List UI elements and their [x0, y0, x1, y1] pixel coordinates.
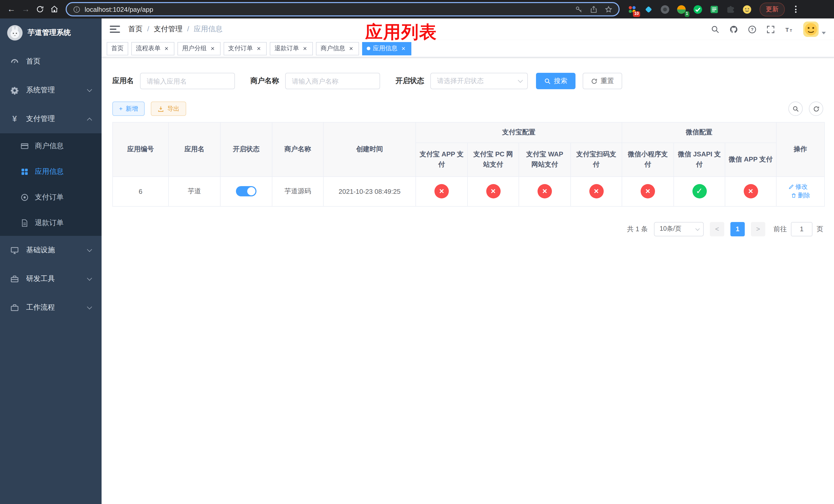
cell-merchant: 芋道源码	[272, 177, 323, 206]
alipay-pc-status-icon: ×	[486, 184, 500, 199]
home-button[interactable]	[47, 2, 62, 17]
app-table: 应用编号 应用名 开启状态 商户名称 创建时间 支付宝配置 微信配置 操作 支付…	[112, 122, 825, 207]
next-page-button[interactable]	[751, 222, 765, 236]
extension-dots-icon[interactable]: 10	[627, 4, 638, 15]
goto-page-input[interactable]	[791, 222, 812, 236]
status-toggle[interactable]	[236, 186, 257, 197]
status-select[interactable]: 请选择开启状态	[430, 73, 528, 89]
reload-button[interactable]	[33, 2, 47, 17]
app-name-input[interactable]	[140, 73, 235, 89]
cell-status	[220, 177, 272, 206]
sidebar-item-home[interactable]: 首页	[0, 47, 102, 76]
share-icon[interactable]	[590, 5, 597, 13]
tab-close-icon[interactable]	[348, 45, 354, 52]
sidebar-item-payment[interactable]: ¥ 支付管理	[0, 105, 102, 133]
search-button[interactable]: 搜索	[536, 73, 575, 89]
credit-card-icon	[21, 142, 29, 150]
merchant-name-input[interactable]	[285, 73, 380, 89]
sidebar-item-dev-tools[interactable]: 研发工具	[0, 265, 102, 293]
extension-avatar-icon[interactable]: 1	[676, 4, 687, 15]
main-content: 应用名 商户名称 开启状态 请选择开启状态 搜索 重置	[102, 58, 834, 504]
column-header-wechat-jsapi: 微信 JSAPI 支付	[674, 143, 725, 177]
sidebar-item-label: 基础设施	[26, 246, 55, 255]
download-icon	[157, 105, 164, 112]
wechat-jsapi-status-icon: ✓	[692, 184, 706, 199]
browser-update-button[interactable]: 更新	[760, 2, 785, 16]
password-key-icon[interactable]	[575, 5, 583, 13]
column-header-alipay-app: 支付宝 APP 支付	[416, 143, 467, 177]
sidebar-item-merchant-info[interactable]: 商户信息	[0, 133, 102, 159]
browser-window: ← → localhost:1024/pay/app	[0, 0, 834, 504]
breadcrumb: 首页 支付管理 应用信息	[128, 25, 223, 34]
tab-close-icon[interactable]	[302, 45, 308, 52]
cell-app-id: 6	[113, 177, 169, 206]
github-icon[interactable]	[729, 25, 738, 33]
sidebar-item-refund-orders[interactable]: 退款订单	[0, 210, 102, 236]
extension-notes-icon[interactable]	[709, 4, 720, 15]
extension-wechat-icon[interactable]	[693, 4, 703, 15]
back-button[interactable]: ←	[4, 2, 19, 17]
hamburger-icon[interactable]	[110, 24, 120, 35]
alipay-scan-status-icon: ×	[589, 184, 603, 199]
tab-process-form[interactable]: 流程表单	[131, 42, 174, 55]
sidebar: 芋道管理系统 首页 系统管理 ¥ 支付管理 商户信息	[0, 19, 102, 504]
bookmark-star-icon[interactable]	[605, 5, 612, 13]
order-circle-icon	[21, 193, 29, 202]
page-size-select[interactable]: 10条/页	[654, 222, 704, 236]
cell-actions: 修改 删除	[776, 177, 825, 206]
breadcrumb-home[interactable]: 首页	[128, 25, 142, 34]
app-logo: 芋道管理系统	[0, 19, 102, 47]
show-search-toggle-button[interactable]	[788, 101, 803, 116]
help-icon[interactable]: ?	[748, 25, 756, 33]
toolbox-icon	[10, 275, 19, 283]
user-menu[interactable]	[803, 22, 826, 37]
tab-close-icon[interactable]	[400, 45, 407, 52]
refresh-table-button[interactable]	[809, 101, 823, 116]
table-toolbar: + 新增 导出	[112, 101, 823, 116]
tab-payment-orders[interactable]: 支付订单	[224, 42, 267, 55]
search-icon[interactable]	[711, 25, 720, 33]
extension-face-icon[interactable]	[742, 4, 752, 15]
sidebar-item-system[interactable]: 系统管理	[0, 76, 102, 105]
add-button[interactable]: + 新增	[112, 101, 145, 116]
sidebar-item-label: 退款订单	[35, 219, 64, 228]
address-bar[interactable]: localhost:1024/pay/app	[66, 2, 620, 17]
wechat-mini-status-icon: ×	[641, 184, 655, 199]
tab-refund-orders[interactable]: 退款订单	[270, 42, 313, 55]
fullscreen-icon[interactable]	[766, 25, 775, 33]
tab-close-icon[interactable]	[209, 45, 216, 52]
extension-puzzle-icon[interactable]	[725, 4, 736, 15]
extension-blue-icon[interactable]	[643, 4, 654, 15]
logo-avatar-image	[7, 25, 23, 41]
monitor-icon	[10, 246, 19, 255]
sidebar-item-payment-orders[interactable]: 支付订单	[0, 185, 102, 210]
breadcrumb-payment[interactable]: 支付管理	[142, 25, 182, 34]
sidebar-item-label: 研发工具	[26, 274, 55, 283]
briefcase-icon	[10, 303, 19, 312]
sidebar-item-infrastructure[interactable]: 基础设施	[0, 236, 102, 265]
tab-user-group[interactable]: 用户分组	[177, 42, 221, 55]
payment-submenu: 商户信息 应用信息 支付订单 退款订单	[0, 133, 102, 236]
sidebar-item-app-info[interactable]: 应用信息	[0, 159, 102, 185]
tab-home[interactable]: 首页	[107, 42, 128, 55]
font-size-icon[interactable]: TT	[785, 25, 793, 33]
sidebar-item-label: 支付管理	[26, 114, 55, 123]
forward-button[interactable]: →	[19, 2, 33, 17]
sidebar-item-workflow[interactable]: 工作流程	[0, 293, 102, 322]
tab-close-icon[interactable]	[163, 45, 170, 52]
tab-merchant-info[interactable]: 商户信息	[316, 42, 359, 55]
previous-page-button[interactable]	[710, 222, 724, 236]
extension-dark-icon[interactable]	[660, 4, 671, 15]
export-button[interactable]: 导出	[151, 101, 186, 116]
chevron-down-icon	[87, 87, 92, 92]
reset-button[interactable]: 重置	[583, 73, 622, 89]
user-avatar	[803, 22, 819, 37]
delete-link[interactable]: 删除	[791, 191, 810, 200]
page-annotation: 应用列表	[365, 21, 437, 44]
tab-close-icon[interactable]	[256, 45, 262, 52]
breadcrumb-current: 应用信息	[182, 25, 223, 34]
edit-link[interactable]: 修改	[788, 183, 808, 191]
browser-menu-icon[interactable]	[791, 4, 801, 15]
site-info-icon[interactable]	[73, 5, 81, 13]
page-number-button[interactable]: 1	[730, 222, 745, 236]
